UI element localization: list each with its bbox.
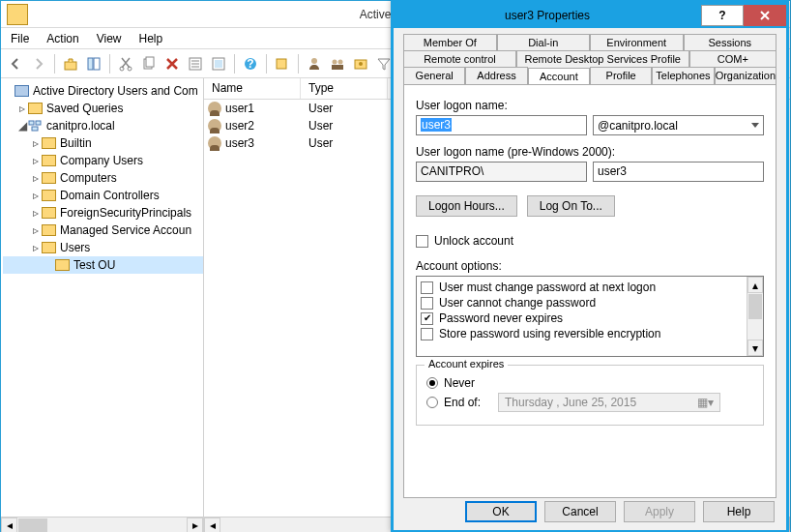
tab-sessions[interactable]: Sessions <box>684 34 777 50</box>
expires-endof-radio[interactable] <box>426 397 438 408</box>
tab-environment[interactable]: Environment <box>590 34 684 50</box>
calendar-icon: ▦▾ <box>697 396 714 409</box>
chevron-right-icon[interactable]: ▹ <box>30 223 42 237</box>
folder-icon <box>42 207 56 219</box>
opt-must-change-checkbox[interactable] <box>421 281 433 294</box>
apply-button[interactable]: Apply <box>624 501 695 522</box>
options-scrollbar[interactable]: ▴ ▾ <box>747 277 763 356</box>
chevron-right-icon[interactable]: ▹ <box>30 206 42 220</box>
find-button[interactable] <box>272 53 293 74</box>
account-tab-page: User logon name: user3 @canitpro.local U… <box>403 84 776 498</box>
tree-msa[interactable]: ▹Managed Service Accoun <box>3 222 203 239</box>
tree-saved-queries[interactable]: ▹ Saved Queries <box>3 100 203 117</box>
chevron-right-icon[interactable]: ▹ <box>30 189 42 202</box>
logon-suffix-combo[interactable]: @canitpro.local <box>593 115 764 135</box>
opt-reversible-checkbox[interactable] <box>421 328 433 340</box>
logon-hours-button[interactable]: Logon Hours... <box>416 195 517 217</box>
unlock-checkbox[interactable] <box>416 235 428 248</box>
app-icon <box>7 4 28 25</box>
tab-account[interactable]: Account <box>528 68 590 85</box>
tab-remote-control[interactable]: Remote control <box>403 50 516 67</box>
scroll-left-icon[interactable]: ◂ <box>204 517 220 532</box>
chevron-right-icon[interactable]: ▹ <box>16 102 28 115</box>
new-user-icon[interactable] <box>304 53 325 74</box>
tab-address[interactable]: Address <box>465 67 527 84</box>
cancel-button[interactable]: Cancel <box>544 501 616 522</box>
chevron-down-icon[interactable]: ◢ <box>16 119 28 133</box>
tab-com-plus[interactable]: COM+ <box>689 50 776 67</box>
log-on-to-button[interactable]: Log On To... <box>527 195 615 217</box>
scroll-right-icon[interactable]: ▸ <box>187 517 203 532</box>
tree-test-ou[interactable]: Test OU <box>3 256 203 274</box>
tab-general[interactable]: General <box>403 67 465 84</box>
menu-view[interactable]: View <box>97 32 122 45</box>
new-group-icon[interactable] <box>327 53 348 74</box>
menu-help[interactable]: Help <box>139 32 163 45</box>
help-button[interactable]: Help <box>703 501 775 522</box>
opt-label: User must change password at next logon <box>439 281 656 294</box>
svg-point-18 <box>338 59 343 64</box>
prewin-label: User logon name (pre-Windows 2000): <box>416 145 764 159</box>
close-button[interactable] <box>744 5 786 26</box>
chevron-right-icon[interactable]: ▹ <box>30 154 42 167</box>
delete-button[interactable] <box>161 53 183 74</box>
logon-name-input[interactable]: user3 <box>416 115 587 135</box>
tree-users[interactable]: ▹Users <box>3 239 203 256</box>
refresh-button[interactable] <box>208 53 229 74</box>
svg-rect-0 <box>65 62 76 70</box>
ok-button[interactable]: OK <box>465 501 537 522</box>
account-options-label: Account options: <box>416 259 764 273</box>
scroll-thumb[interactable] <box>18 518 47 532</box>
help-button[interactable]: ? <box>240 53 261 74</box>
chevron-right-icon[interactable]: ▹ <box>30 136 42 150</box>
tree-company-users[interactable]: ▹Company Users <box>3 152 203 169</box>
new-ou-icon[interactable] <box>350 53 371 74</box>
opt-cannot-change-checkbox[interactable] <box>421 297 433 310</box>
folder-icon <box>42 242 56 253</box>
list-name: user3 <box>225 136 254 150</box>
copy-button[interactable] <box>138 53 160 74</box>
tab-organization[interactable]: Organization <box>715 67 776 84</box>
scroll-thumb[interactable] <box>748 294 762 319</box>
expires-never-radio[interactable] <box>426 377 438 389</box>
prewin-user-input[interactable]: user3 <box>593 162 764 182</box>
properties-button[interactable] <box>185 53 206 74</box>
tree-label: Managed Service Accoun <box>60 223 195 237</box>
nav-back-button[interactable] <box>5 53 26 74</box>
col-name[interactable]: Name <box>204 78 301 99</box>
svg-rect-19 <box>332 65 343 70</box>
scroll-left-icon[interactable]: ◂ <box>1 517 17 532</box>
menu-file[interactable]: File <box>11 32 29 45</box>
menu-action[interactable]: Action <box>46 32 78 45</box>
dialog-titlebar[interactable]: user3 Properties ? <box>394 3 786 28</box>
tree-hscrollbar[interactable]: ◂ ▸ <box>1 517 203 532</box>
tree-label: ForeignSecurityPrincipals <box>60 206 195 220</box>
scroll-down-icon[interactable]: ▾ <box>747 340 763 356</box>
tree-fsp[interactable]: ▹ForeignSecurityPrincipals <box>3 204 203 222</box>
logon-suffix-value: @canitpro.local <box>598 119 678 133</box>
up-button[interactable] <box>60 53 81 74</box>
cut-button[interactable] <box>115 53 136 74</box>
opt-never-expires-checkbox[interactable]: ✔ <box>421 312 433 325</box>
tree-domain-controllers[interactable]: ▹Domain Controllers <box>3 187 203 204</box>
tree-computers[interactable]: ▹Computers <box>3 169 203 187</box>
tab-rds-profile[interactable]: Remote Desktop Services Profile <box>516 50 689 67</box>
tab-dial-in[interactable]: Dial-in <box>497 34 591 50</box>
tab-profile[interactable]: Profile <box>590 67 652 84</box>
tree-domain[interactable]: ◢ canitpro.local <box>3 117 203 134</box>
tree-root[interactable]: Active Directory Users and Com <box>3 82 203 100</box>
col-type[interactable]: Type <box>301 78 388 99</box>
context-help-button[interactable]: ? <box>701 5 744 26</box>
nav-forward-button[interactable] <box>28 53 49 74</box>
svg-rect-12 <box>215 60 222 68</box>
chevron-right-icon[interactable]: ▹ <box>30 171 42 185</box>
expires-endof-label: End of: <box>444 396 492 409</box>
folder-icon <box>42 172 56 184</box>
tree-builtin[interactable]: ▹Builtin <box>3 134 203 152</box>
chevron-right-icon[interactable]: ▹ <box>30 241 42 254</box>
tab-member-of[interactable]: Member Of <box>403 34 497 50</box>
show-hide-button[interactable] <box>83 53 104 74</box>
tree-label: Users <box>60 241 94 254</box>
scroll-up-icon[interactable]: ▴ <box>747 277 763 293</box>
tab-telephones[interactable]: Telephones <box>652 67 714 84</box>
